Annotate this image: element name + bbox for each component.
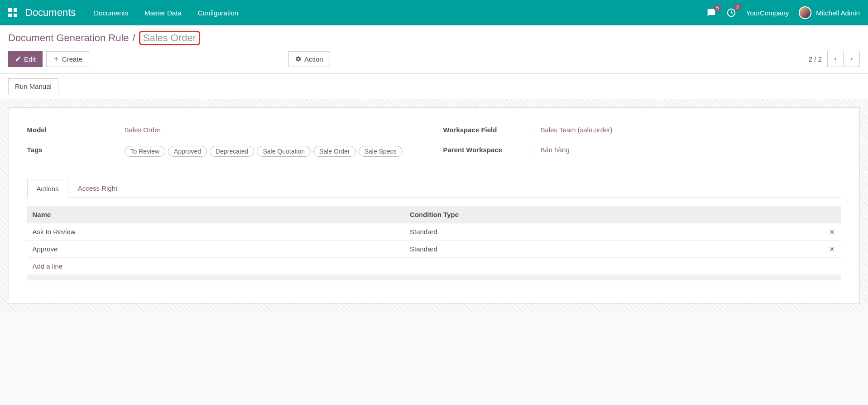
create-label: Create (62, 55, 82, 63)
pager-next[interactable] (844, 51, 860, 67)
workspace-field-value[interactable]: Sales Team (sale.order) (534, 126, 841, 138)
cell-name: Ask to Review (27, 223, 404, 241)
control-panel: Document Generation Rule / Sales Order E… (0, 25, 868, 74)
company-selector[interactable]: YourCompany (746, 9, 789, 17)
col-name[interactable]: Name (27, 206, 404, 223)
table-footer-bar (27, 275, 841, 280)
edit-label: Edit (24, 55, 36, 63)
tags-label: Tags (27, 146, 118, 154)
close-icon (829, 229, 835, 235)
model-value[interactable]: Sales Order (118, 126, 425, 138)
tab-access-right[interactable]: Access Right (68, 178, 127, 198)
cell-cond: Standard (404, 223, 823, 241)
create-button[interactable]: Create (46, 51, 89, 67)
tag-sale-quotation[interactable]: Sale Quotation (257, 146, 311, 157)
navbar-right: 5 2 YourCompany Mitchell Admin (706, 6, 860, 19)
parent-workspace-label: Parent Workspace (443, 146, 534, 154)
activities-icon[interactable]: 2 (726, 8, 736, 18)
breadcrumb-current: Sales Order (143, 32, 196, 43)
svg-rect-1 (14, 8, 17, 12)
button-row: Edit Create Action 2 / 2 (8, 51, 860, 67)
col-condition-type[interactable]: Condition Type (404, 206, 823, 223)
tag-sale-specs[interactable]: Sale Specs (359, 146, 403, 157)
run-manual-button[interactable]: Run Manual (8, 78, 58, 94)
chevron-right-icon (849, 56, 854, 62)
nav-link-documents[interactable]: Documents (94, 9, 128, 17)
messages-badge: 5 (714, 5, 722, 11)
tabs: Actions Access Right (27, 178, 841, 198)
tag-to-review[interactable]: To Review (125, 146, 166, 157)
tag-approved[interactable]: Approved (168, 146, 207, 157)
breadcrumb-separator: / (133, 32, 135, 44)
tags-value: To Review Approved Deprecated Sale Quota… (118, 146, 425, 158)
pencil-icon (15, 56, 21, 62)
add-line-row: Add a line (27, 258, 841, 275)
user-name: Mitchell Admin (816, 9, 860, 17)
nav-link-configuration[interactable]: Configuration (198, 9, 238, 17)
pager: 2 / 2 (809, 51, 860, 67)
add-line-link[interactable]: Add a line (33, 262, 63, 270)
action-label: Action (304, 55, 323, 63)
breadcrumb: Document Generation Rule / Sales Order (8, 31, 860, 45)
avatar-icon (799, 6, 811, 19)
actions-table: Name Condition Type Ask to Review Standa… (27, 206, 841, 280)
col-delete (823, 206, 841, 223)
close-icon (829, 246, 835, 252)
chevron-left-icon (833, 56, 838, 62)
svg-rect-0 (8, 8, 12, 12)
pager-counter: 2 / 2 (809, 55, 822, 63)
tag-sale-order[interactable]: Sale Order (313, 146, 356, 157)
gear-icon (295, 56, 302, 62)
edit-button[interactable]: Edit (8, 51, 43, 67)
tag-deprecated[interactable]: Deprecated (210, 146, 254, 157)
brand[interactable]: Documents (25, 7, 76, 19)
content-area: Model Sales Order Tags To Review Approve… (0, 99, 868, 312)
svg-rect-3 (14, 14, 17, 17)
table-row[interactable]: Ask to Review Standard (27, 223, 841, 241)
breadcrumb-current-highlight: Sales Order (139, 31, 200, 45)
user-menu[interactable]: Mitchell Admin (799, 6, 860, 19)
cell-cond: Standard (404, 241, 823, 258)
breadcrumb-parent[interactable]: Document Generation Rule (8, 32, 129, 44)
action-button[interactable]: Action (288, 51, 330, 67)
messages-icon[interactable]: 5 (706, 8, 716, 17)
activities-badge: 2 (734, 4, 742, 10)
plus-icon (53, 56, 59, 62)
status-bar: Run Manual (0, 74, 868, 99)
form-sheet: Model Sales Order Tags To Review Approve… (9, 107, 860, 304)
apps-icon[interactable] (8, 8, 17, 17)
parent-workspace-value[interactable]: Bán hàng (534, 146, 841, 158)
delete-row-button[interactable] (823, 223, 841, 241)
navbar: Documents Documents Master Data Configur… (0, 0, 868, 25)
nav-links: Documents Master Data Configuration (94, 9, 706, 17)
tab-actions[interactable]: Actions (27, 179, 68, 198)
delete-row-button[interactable] (823, 241, 841, 258)
model-label: Model (27, 126, 118, 134)
nav-link-master-data[interactable]: Master Data (144, 9, 182, 17)
table-row[interactable]: Approve Standard (27, 241, 841, 258)
workspace-field-label: Workspace Field (443, 126, 534, 134)
pager-prev[interactable] (827, 51, 844, 67)
svg-rect-2 (8, 14, 12, 17)
cell-name: Approve (27, 241, 404, 258)
